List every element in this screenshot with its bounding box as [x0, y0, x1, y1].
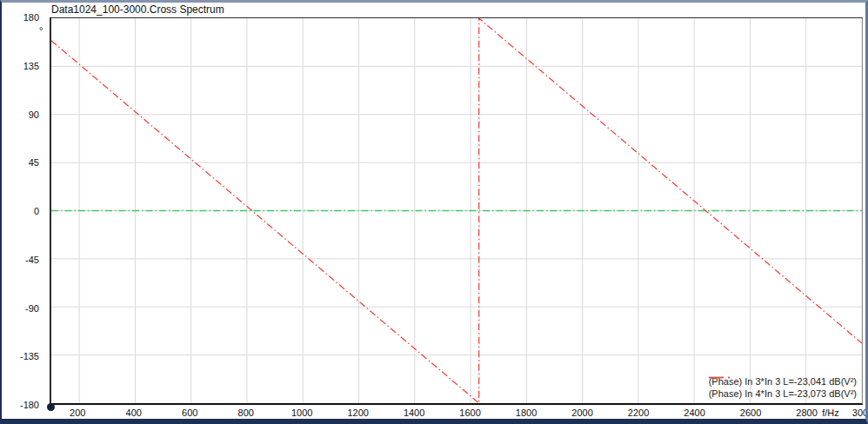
x-tick-label: 1800	[516, 407, 537, 418]
x-tick-label: 1600	[459, 407, 480, 418]
x-tick-label: 3000	[852, 407, 868, 418]
y-tick-label: -90	[25, 303, 39, 314]
y-tick-label: 135	[23, 61, 39, 71]
x-tick-label: 800	[238, 407, 254, 418]
x-tick-label: 1000	[291, 407, 312, 418]
legend-item-2[interactable]: (Phase) In 4*In 3 L=-23,073 dB(V²)	[709, 388, 857, 399]
y-tick-label: -135	[20, 351, 39, 361]
x-tick-label: 1200	[347, 407, 368, 418]
y-tick-label: -45	[25, 255, 39, 265]
y-tick-label: 180	[23, 12, 39, 23]
y-tick-label: 45	[29, 157, 39, 168]
x-tick-label: 400	[126, 407, 142, 418]
x-tick-label: 2000	[571, 407, 592, 418]
x-tick-label: 2200	[628, 407, 649, 418]
legend-label: (Phase) In 4*In 3 L=-23,073 dB(V²)	[709, 388, 857, 399]
chart-canvas	[51, 18, 862, 403]
x-tick-label: 1400	[404, 407, 424, 418]
spectrum-window: Data1024_100-3000.Cross Spectrum (Phase)…	[0, 0, 868, 424]
x-tick-label: 200	[70, 407, 85, 418]
y-tick-label: 0	[34, 206, 39, 216]
plot-area[interactable]: (Phase) In 3*In 3 L=-23,041 dB(V²)(Phase…	[50, 17, 863, 405]
legend: (Phase) In 3*In 3 L=-23,041 dB(V²)(Phase…	[709, 375, 857, 399]
y-tick-label: 90	[29, 109, 39, 120]
y-tick-label: -180	[20, 400, 39, 410]
legend-line-sample	[709, 375, 737, 380]
x-unit-label: f/Hz	[822, 407, 839, 418]
x-tick-label: 2800	[796, 407, 817, 418]
x-tick-label: 600	[182, 407, 197, 418]
y-unit-label: °	[39, 25, 43, 36]
origin-handle-dot[interactable]	[47, 403, 55, 411]
plot-title: Data1024_100-3000.Cross Spectrum	[51, 3, 224, 16]
x-tick-label: 2600	[740, 407, 761, 418]
x-tick-label: 2400	[684, 407, 704, 418]
